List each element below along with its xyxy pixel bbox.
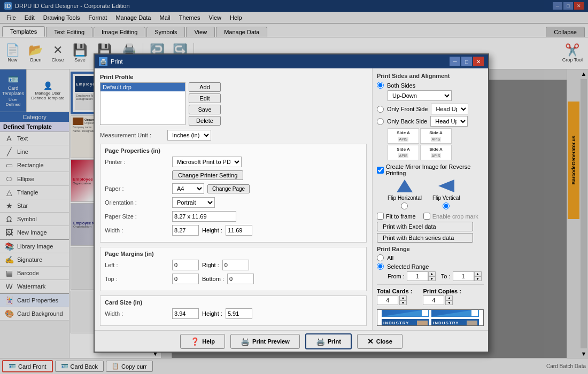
mini-qr-1 (422, 309, 428, 316)
flip-vertical-option: Flip Vertical (432, 178, 460, 209)
updown-select[interactable]: Up-Down (388, 90, 452, 101)
change-page-btn[interactable]: Change Page (207, 184, 250, 193)
paper-select[interactable]: A4 (172, 183, 204, 194)
paper-size-input[interactable] (172, 211, 236, 222)
to-down-btn[interactable]: ▼ (474, 276, 482, 281)
paper-row: Paper : A4 Change Page (105, 183, 362, 194)
total-cards-item: Total Cards : ▲ ▼ (377, 288, 412, 305)
total-cards-up[interactable]: ▲ (399, 295, 407, 300)
updown-select-wrap: Up-Down (388, 90, 484, 101)
top-input[interactable] (172, 274, 199, 284)
only-front-radio[interactable] (377, 106, 384, 113)
print-copies-up[interactable]: ▲ (445, 295, 453, 300)
dialog-close-btn[interactable]: ✕ (473, 57, 484, 66)
card-height-input[interactable] (226, 308, 252, 319)
side-a-label-3: Side A (397, 147, 410, 152)
width-input[interactable] (172, 225, 199, 236)
save-profile-btn[interactable]: Save (189, 105, 221, 114)
modal-overlay: 🖨️ Print ─ □ ✕ Print Profile Default.drp (0, 0, 588, 374)
profile-default[interactable]: Default.drp (100, 83, 185, 91)
flip-vertical-radio[interactable] (443, 202, 450, 209)
page-margins-section: Page Margins (in) Left : Right : Top : B… (100, 247, 367, 291)
printer-row: Printer : Microsoft Print to PDF (105, 157, 362, 167)
both-sides-row: Both Sides (377, 82, 484, 89)
change-printer-btn[interactable]: Change Printer Setting (172, 170, 243, 180)
profile-buttons: Add Edit Save Delete (189, 82, 221, 126)
print-copies-input[interactable] (423, 295, 444, 305)
print-batch-btn[interactable]: Print with Batch series data (377, 233, 473, 243)
sides-cell-3: Side A APIS (388, 145, 419, 160)
range-inputs: From : ▲ ▼ To : ▲ ▼ (388, 271, 484, 281)
height-input[interactable] (226, 225, 252, 236)
print-copies-label: Print Copies : (423, 288, 461, 294)
left-input[interactable] (172, 260, 199, 270)
right-input[interactable] (222, 260, 249, 270)
all-radio-row: All (377, 254, 484, 261)
all-label: All (387, 255, 393, 261)
head-up-select-2[interactable]: Head Up (430, 116, 468, 127)
card-width-input[interactable] (172, 308, 199, 319)
enable-crop-checkbox[interactable] (423, 213, 430, 220)
from-up-btn[interactable]: ▲ (428, 271, 436, 276)
total-cards-down[interactable]: ▼ (399, 300, 407, 305)
to-input[interactable] (453, 271, 474, 281)
printer-select[interactable]: Microsoft Print to PDF (172, 157, 242, 167)
mini-card-2: INDUSTRY AMIRA QAMAR (404) 960-3806 kama… (431, 309, 479, 317)
totals-row: Total Cards : ▲ ▼ Print Copies : (377, 284, 484, 305)
from-down-btn[interactable]: ▼ (428, 276, 436, 281)
measurement-select[interactable]: Inches (in) (167, 130, 211, 141)
mini-qr-2 (471, 309, 478, 316)
mirror-label: Create Mirror Image for Reverse Printing (386, 163, 484, 176)
selected-range-row: Selected Range (377, 263, 484, 270)
only-back-label: Only Back Side (387, 118, 427, 124)
add-profile-btn[interactable]: Add (189, 82, 221, 92)
dialog-footer: ❓ Help 🖨️ Print Preview 🖨️ Print ✕ Close (95, 330, 488, 352)
edit-profile-btn[interactable]: Edit (189, 94, 221, 103)
print-excel-btn[interactable]: Print with Excel data (377, 222, 473, 231)
left-label: Left : (105, 262, 169, 268)
preview-button[interactable]: 🖨️ Print Preview (230, 334, 300, 349)
selected-range-label: Selected Range (387, 263, 429, 270)
enable-crop-label: Enable crop mark (432, 213, 478, 220)
bottom-input[interactable] (227, 274, 254, 284)
delete-profile-btn[interactable]: Delete (189, 116, 221, 126)
orientation-select[interactable]: Portrait (172, 197, 215, 208)
dialog-title: Print (111, 58, 123, 65)
dialog-minimize-btn[interactable]: ─ (450, 57, 460, 66)
print-copies-spinners: ▲ ▼ (445, 295, 453, 305)
top-bottom-row: Top : Bottom : (105, 274, 362, 284)
close-dialog-button[interactable]: ✕ Close (357, 334, 403, 349)
fit-crop-row: Fit to frame Enable crop mark (377, 213, 484, 220)
flip-horizontal-radio[interactable] (401, 202, 408, 209)
selected-range-radio[interactable] (377, 263, 384, 270)
page-properties-section: Page Properties (in) Printer : Microsoft… (100, 144, 367, 243)
from-input[interactable] (407, 271, 428, 281)
both-sides-radio[interactable] (377, 82, 384, 89)
dialog-title-left: 🖨️ Print (99, 57, 123, 66)
from-spinner: ▲ ▼ (407, 271, 436, 281)
print-dialog-icon: 🖨️ (316, 337, 325, 346)
card-width-label: Width : (105, 310, 169, 317)
only-back-radio[interactable] (377, 118, 384, 125)
mirror-checkbox[interactable] (377, 167, 384, 174)
print-copies-value: ▲ ▼ (423, 295, 461, 305)
to-up-btn[interactable]: ▲ (474, 271, 482, 276)
top-label: Top : (105, 276, 169, 282)
dialog-maximize-btn[interactable]: □ (461, 57, 472, 66)
orientation-row: Orientation : Portrait (105, 197, 362, 208)
total-cards-input[interactable] (377, 295, 398, 305)
total-cards-spinners: ▲ ▼ (399, 295, 407, 305)
print-copies-down[interactable]: ▼ (445, 300, 453, 305)
profile-list[interactable]: Default.drp (100, 82, 185, 125)
print-dialog-button[interactable]: 🖨️ Print (305, 333, 352, 349)
all-radio[interactable] (377, 254, 384, 261)
mini-card-1: INDUSTRY JASS JOHN (404) 960-3805 jass@g… (382, 309, 429, 317)
total-cards-value: ▲ ▼ (377, 295, 412, 305)
help-button[interactable]: ❓ Help (180, 334, 225, 349)
head-up-select-1[interactable]: Head Up (431, 104, 468, 114)
flip-h-icon (396, 178, 414, 193)
preview-page: INDUSTRY JASS JOHN (404) 960-3805 jass@g… (377, 309, 483, 326)
total-cards-label: Total Cards : (377, 288, 412, 294)
fit-to-frame-checkbox[interactable] (377, 213, 384, 220)
only-front-row: Only Front Side Head Up (377, 104, 484, 114)
